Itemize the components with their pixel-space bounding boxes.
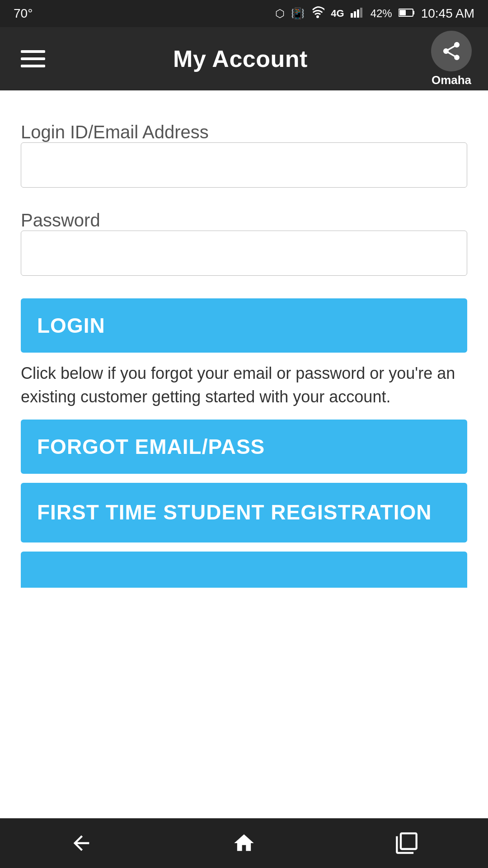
svg-rect-5: [413, 11, 414, 14]
share-icon: [441, 40, 462, 62]
svg-rect-0: [351, 13, 353, 18]
svg-rect-1: [354, 11, 356, 18]
share-label: Omaha: [432, 73, 471, 87]
time: 10:45 AM: [421, 6, 474, 21]
forgot-button[interactable]: FORGOT EMAIL/PASS: [21, 420, 467, 474]
password-field-group: Password: [21, 210, 467, 276]
email-label: Login ID/Email Address: [21, 122, 209, 142]
svg-rect-6: [399, 10, 406, 15]
bluetooth-icon: ⬡: [275, 7, 285, 20]
hamburger-line-3: [21, 65, 45, 67]
battery-percent: 42%: [371, 7, 392, 20]
password-label: Password: [21, 210, 100, 230]
share-circle: [431, 31, 472, 71]
back-icon: [70, 831, 93, 855]
vibrate-icon: 📳: [291, 7, 305, 20]
header: My Account Omaha: [0, 27, 488, 90]
partial-button[interactable]: [21, 552, 467, 588]
lte-icon: 4G: [331, 8, 344, 19]
menu-button[interactable]: [16, 46, 50, 72]
password-input[interactable]: [21, 231, 467, 276]
hint-text: Click below if you forgot your email or …: [21, 362, 467, 409]
wifi-icon: [311, 6, 324, 21]
status-icons: ⬡ 📳 4G 42% 10:: [275, 6, 474, 21]
login-button[interactable]: LOGIN: [21, 298, 467, 353]
battery-icon: [399, 7, 415, 20]
email-input[interactable]: [21, 142, 467, 188]
recent-nav-button[interactable]: [384, 825, 429, 861]
home-nav-button[interactable]: [221, 825, 267, 861]
main-content: Login ID/Email Address Password LOGIN Cl…: [0, 90, 488, 818]
svg-rect-3: [360, 8, 362, 18]
hamburger-line-2: [21, 57, 45, 60]
page-title: My Account: [173, 45, 308, 72]
bottom-nav: [0, 818, 488, 868]
email-field-group: Login ID/Email Address: [21, 122, 467, 188]
status-bar: 70° ⬡ 📳 4G 42%: [0, 0, 488, 27]
first-time-button[interactable]: FIRST TIME STUDENT REGISTRATION: [21, 483, 467, 542]
back-nav-button[interactable]: [59, 825, 104, 861]
recent-apps-icon: [395, 831, 418, 855]
signal-icon: [351, 7, 364, 20]
temperature: 70°: [14, 6, 33, 21]
hamburger-line-1: [21, 50, 45, 53]
home-icon: [232, 831, 256, 855]
svg-rect-2: [357, 9, 359, 18]
share-button[interactable]: Omaha: [431, 31, 472, 87]
